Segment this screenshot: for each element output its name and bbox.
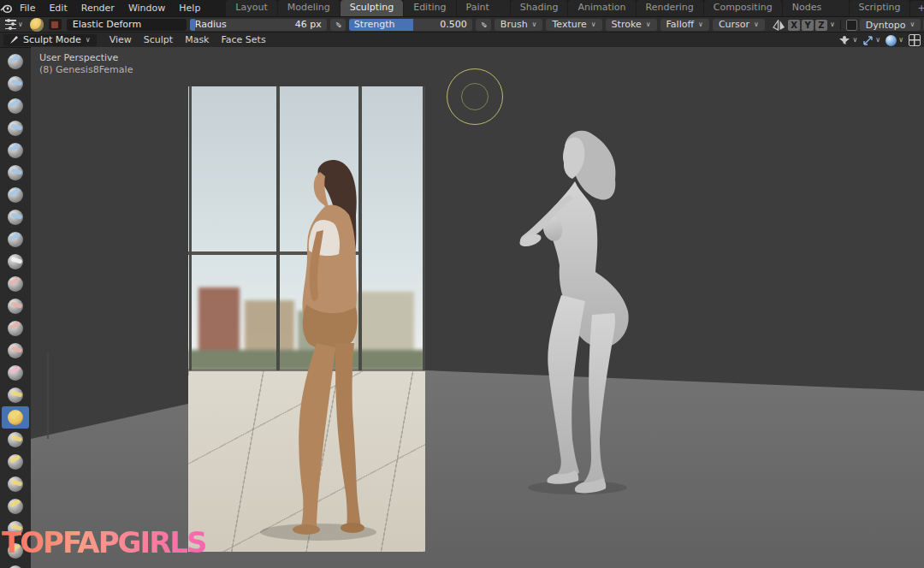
tab-compositing[interactable]: Compositing (704, 0, 782, 16)
brush-texture-swatch[interactable] (49, 19, 62, 30)
panel-dropdown-texture[interactable]: Texture∨ (546, 19, 601, 31)
brush-sphere-icon (8, 232, 23, 247)
viewport-display-options: ∨ ∨ ∨ (837, 34, 922, 46)
tab-animation[interactable]: Animation (568, 0, 635, 16)
dyntopo-label: Dyntopo (866, 20, 906, 31)
radius-pressure-button[interactable]: ✎ (330, 19, 346, 31)
symmetry-z-button[interactable]: Z (815, 20, 827, 31)
tab-uv-editing[interactable]: UV Editing (404, 0, 455, 16)
tab-layout[interactable]: Layout (226, 0, 276, 16)
workspace-tabs: LayoutModelingSculptingUV EditingTexture… (226, 0, 924, 16)
dyntopo-checkbox[interactable] (846, 20, 857, 31)
brush-fill[interactable] (2, 295, 29, 317)
viewport-menu-face-sets[interactable]: Face Sets (216, 33, 272, 48)
symmetry-y-button[interactable]: Y (802, 20, 814, 31)
panel-label: Falloff (666, 19, 694, 30)
viewport-menu-mask[interactable]: Mask (179, 33, 215, 48)
viewport-menu-view[interactable]: View (104, 33, 138, 48)
strength-pressure-button[interactable]: ✎ (476, 19, 491, 31)
panel-dropdown-brush[interactable]: Brush∨ (495, 19, 543, 31)
reference-photo[interactable] (188, 86, 425, 552)
render-preview-toggle[interactable] (907, 34, 922, 46)
menu-window[interactable]: Window (121, 0, 172, 16)
brush-clay-thumb[interactable] (2, 139, 29, 162)
blender-window: FileEditRenderWindowHelp LayoutModelingS… (0, 0, 924, 568)
tab-sculpting[interactable]: Sculpting (341, 0, 403, 16)
brush-flatten[interactable] (2, 273, 29, 295)
brush-inflate[interactable] (2, 184, 29, 206)
viewport-menu-sculpt[interactable]: Sculpt (138, 33, 179, 48)
menu-render[interactable]: Render (74, 0, 121, 16)
active-tool-icon[interactable]: ∨ (3, 20, 25, 29)
menu-edit[interactable]: Edit (42, 0, 74, 16)
brush-panel-dropdowns: Brush∨Texture∨Stroke∨Falloff∨Cursor∨ (495, 19, 765, 31)
tab-rendering[interactable]: Rendering (637, 0, 703, 16)
brush-pinch[interactable] (2, 362, 29, 384)
brush-scrape[interactable] (2, 317, 29, 340)
radius-slider[interactable]: Radius 46 px (190, 19, 327, 31)
brush-name-field[interactable]: Elastic Deform (67, 19, 187, 31)
panel-label: Brush (500, 19, 528, 30)
brush-sphere-icon (8, 121, 23, 136)
brush-layer[interactable] (2, 162, 29, 184)
strength-slider[interactable]: Strength 0.500 (349, 19, 472, 31)
brush-sphere-icon (8, 410, 23, 425)
blender-logo-icon[interactable] (0, 0, 13, 16)
brush-sphere-icon (8, 432, 23, 447)
chevron-down-icon: ∨ (875, 37, 880, 44)
brush-draw[interactable] (2, 50, 29, 73)
brush-sphere-icon (8, 98, 23, 114)
panel-dropdown-falloff[interactable]: Falloff∨ (660, 19, 709, 31)
tab-modeling[interactable]: Modeling (278, 0, 340, 16)
tab-shading[interactable]: Shading (511, 0, 568, 16)
brush-preview-icon[interactable] (30, 18, 44, 32)
brush-sphere-icon (8, 454, 23, 470)
brush-clay-strips[interactable] (2, 117, 29, 139)
overlay-eye-icon (838, 35, 850, 45)
brush-snake-hook[interactable] (2, 429, 29, 451)
brush-grab[interactable] (2, 384, 29, 406)
chevron-down-icon: ∨ (910, 21, 915, 28)
menu-help[interactable]: Help (172, 0, 207, 16)
brush-boundary[interactable] (2, 562, 29, 568)
brush-sphere-icon (8, 254, 23, 269)
brush-blob[interactable] (2, 206, 29, 228)
brush-multi-plane-scrape[interactable] (2, 340, 29, 362)
brush-draw-sharp[interactable] (2, 73, 29, 95)
viewport-header: Sculpt Mode ∨ ViewSculptMaskFace Sets ∨ … (0, 32, 924, 47)
brush-clay[interactable] (2, 95, 29, 117)
radius-label: Radius (195, 19, 227, 30)
tab-scripting[interactable]: Scripting (850, 0, 910, 16)
watermark-text: TOPFAPGIRLS (2, 528, 205, 557)
panel-dropdown-stroke[interactable]: Stroke∨ (606, 19, 657, 31)
overlays-toggle[interactable]: ∨ (837, 34, 859, 46)
brush-sphere-icon (8, 187, 23, 203)
menu-file[interactable]: File (13, 0, 42, 16)
brush-smooth[interactable] (2, 251, 29, 273)
add-workspace-button[interactable]: + (910, 1, 924, 16)
brush-nudge[interactable] (2, 495, 29, 518)
chevron-down-icon: ∨ (754, 21, 759, 28)
brush-sphere-icon (8, 365, 23, 381)
scene (31, 47, 924, 568)
viewport-canvas[interactable]: User Perspective (8) Genesis8Female (31, 47, 924, 568)
symmetry-x-button[interactable]: X (788, 20, 800, 31)
brush-sphere-icon (8, 499, 23, 514)
gizmos-toggle[interactable]: ∨ (861, 34, 882, 46)
tab-texture-paint[interactable]: Texture Paint (457, 0, 510, 16)
viewport-menus: ViewSculptMaskFace Sets (104, 33, 272, 48)
dyntopo-dropdown[interactable]: Dyntopo ∨ (860, 19, 921, 31)
brush-elastic-deform[interactable] (2, 406, 29, 429)
tab-geometry-nodes[interactable]: Geometry Nodes (783, 0, 849, 16)
brush-crease[interactable] (2, 228, 29, 251)
brush-toolbar (0, 47, 31, 568)
brush-thumb[interactable] (2, 451, 29, 473)
mode-selector[interactable]: Sculpt Mode ∨ (3, 34, 97, 46)
brush-pose[interactable] (2, 473, 29, 495)
panel-dropdown-cursor[interactable]: Cursor∨ (713, 19, 765, 31)
stylus-icon: ✎ (479, 21, 488, 28)
chevron-down-icon: ∨ (86, 37, 91, 44)
chevron-down-icon[interactable]: ∨ (830, 21, 835, 28)
shading-mode[interactable]: ∨ (884, 34, 905, 46)
viewport-labels: User Perspective (8) Genesis8Female (39, 52, 133, 76)
